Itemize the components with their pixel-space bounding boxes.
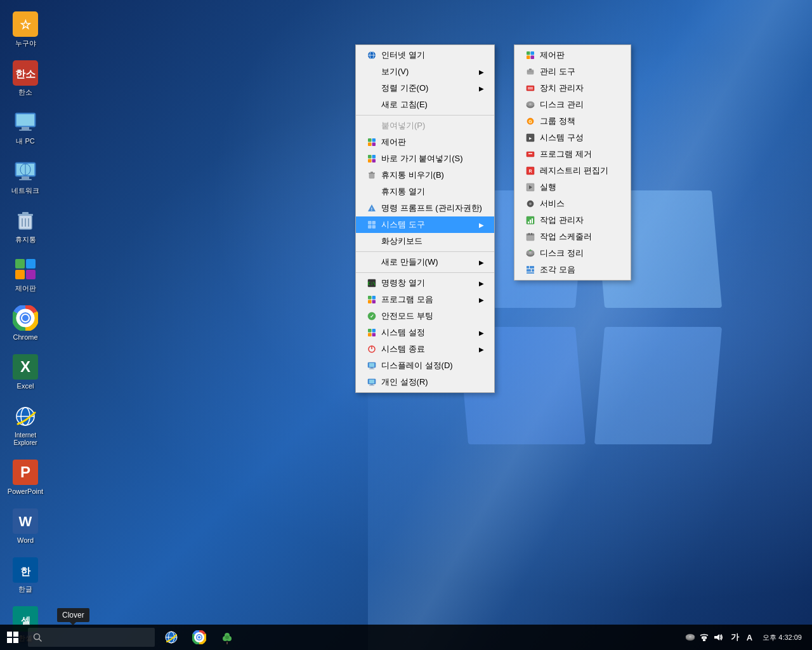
sub-run-label: 실행 <box>540 182 556 193</box>
ctx-keyboard[interactable]: 화상키보드 <box>356 233 494 249</box>
ctx-personal-settings[interactable]: 개인 설정(R) <box>356 374 494 390</box>
sub-remove-prog[interactable]: 프로그램 제거 <box>514 146 631 162</box>
tray-clock[interactable]: 오후 4:32:09 <box>757 633 807 642</box>
svg-rect-59 <box>368 221 372 225</box>
desktop-icon-trash[interactable]: 휴지통 <box>1 202 49 249</box>
mypc-label: 내 PC <box>16 137 34 145</box>
ctx-new[interactable]: 새로 만들기(W) ▶ <box>356 254 494 270</box>
ctx-programs[interactable]: 프로그램 모음 ▶ <box>356 291 494 308</box>
sub-defrag-label: 조각 모음 <box>540 264 575 275</box>
desktop-icon-network[interactable]: 네트워크 <box>1 154 49 200</box>
desktop-icon-mypc[interactable]: 내 PC <box>1 104 49 150</box>
desktop-icon-ppt[interactable]: P PowerPoint <box>1 454 49 501</box>
taskbar-chrome[interactable] <box>185 625 213 650</box>
sub-control-panel[interactable]: 제어판 <box>514 47 631 63</box>
lang-indicator[interactable]: 가 <box>728 632 742 643</box>
desktop-icon-excel[interactable]: X Excel <box>1 349 49 395</box>
ctx-paste-label: 붙여넣기(P) <box>381 120 425 131</box>
svg-rect-67 <box>368 300 372 304</box>
ctx-sort[interactable]: 정렬 기준(O) ▶ <box>356 80 494 96</box>
sub-sys-config[interactable]: ▶ 시스템 구성 <box>514 129 631 146</box>
svg-rect-111 <box>530 220 531 223</box>
desktop-icon-hanso[interactable]: 한소 한소 <box>1 55 49 102</box>
context-menu-system-tools: 제어판 관리 도구 장치 관리자 <box>514 44 631 281</box>
sub-ctrl-label: 제어판 <box>540 50 565 61</box>
sub-admin-tools[interactable]: 관리 도구 <box>514 63 631 80</box>
ctx-view-label: 보기(V) <box>381 66 409 77</box>
svg-rect-123 <box>532 269 534 272</box>
ctx-sep-3 <box>356 272 494 273</box>
sub-run[interactable]: 실행 <box>514 179 631 196</box>
svg-rect-121 <box>530 266 534 269</box>
ctx-paste[interactable]: 붙여넣기(P) <box>356 117 494 134</box>
sub-task-mgr[interactable]: 작업 관리자 <box>514 212 631 229</box>
ctx-cmd-admin[interactable]: ! 명령 프롬프트 (관리자권한) <box>356 200 494 216</box>
ctx-trash-open[interactable]: 휴지통 열기 <box>356 183 494 200</box>
taskbar-tray: 가 A 오후 4:32:09 <box>685 632 812 643</box>
sub-defrag[interactable]: 조각 모음 <box>514 262 631 278</box>
sub-disk-clean[interactable]: 디스크 정리 <box>514 245 631 262</box>
svg-rect-47 <box>372 138 376 142</box>
desktop-icon-control[interactable]: 제어판 <box>1 251 49 298</box>
svg-text:X: X <box>20 358 30 375</box>
ctx-refresh-icon <box>366 99 377 110</box>
svg-rect-82 <box>369 380 374 383</box>
ctx-system-tools[interactable]: 시스템 도구 ▶ <box>356 216 494 233</box>
ctx-view[interactable]: 보기(V) ▶ <box>356 63 494 80</box>
sub-regedit[interactable]: R 레지스트리 편집기 <box>514 162 631 179</box>
sub-group-policy[interactable]: G 그룹 정책 <box>514 113 631 129</box>
svg-rect-16 <box>22 212 29 215</box>
lang-en-indicator[interactable]: A <box>747 633 752 642</box>
svg-rect-72 <box>372 329 376 333</box>
taskbar-clover[interactable] <box>213 625 241 650</box>
ctx-control-panel[interactable]: 제어판 <box>356 134 494 150</box>
tray-icons-group <box>685 632 723 642</box>
sub-disk-mgmt[interactable]: 디스크 관리 <box>514 96 631 113</box>
ctx-shortcut-paste[interactable]: 바로 가기 붙여넣기(S) <box>356 150 494 167</box>
svg-rect-5 <box>16 114 34 126</box>
desktop-icon-chrome[interactable]: Chrome <box>1 300 49 347</box>
svg-rect-83 <box>370 384 373 385</box>
svg-rect-122 <box>527 269 531 272</box>
ctx-safe-boot[interactable]: ✓ 안전모드 부팅 <box>356 308 494 324</box>
desktop-icon-word[interactable]: W Word <box>1 503 49 550</box>
svg-point-146 <box>689 636 691 638</box>
ctx-sys-settings[interactable]: 시스템 설정 ▶ <box>356 324 494 341</box>
ctx-keyboard-label: 화상키보드 <box>381 235 422 247</box>
svg-rect-21 <box>26 259 36 269</box>
svg-text:R: R <box>528 169 532 173</box>
start-button[interactable] <box>0 625 25 650</box>
svg-rect-56 <box>370 172 373 173</box>
svg-rect-79 <box>370 368 373 369</box>
ctx-sc-icon <box>366 153 377 164</box>
sub-services[interactable]: 서비스 <box>514 196 631 212</box>
svg-rect-52 <box>368 159 372 163</box>
sub-task-sched[interactable]: 작업 스케줄러 <box>514 229 631 245</box>
sub-tm-label: 작업 관리자 <box>540 215 584 226</box>
desktop-icon-nugguya[interactable]: ☆ 누구야 <box>1 6 49 53</box>
ctx-ctrl-label: 제어판 <box>381 136 406 148</box>
nugguya-label: 누구야 <box>15 39 36 48</box>
tray-time: 오후 4:32:09 <box>763 633 802 642</box>
svg-rect-13 <box>19 179 32 180</box>
ctx-cmd-open[interactable]: C:\ 명령창 열기 ▶ <box>356 275 494 291</box>
ctx-display-settings[interactable]: 디스플레이 설정(D) <box>356 357 494 374</box>
svg-rect-120 <box>527 266 529 269</box>
svg-rect-54 <box>369 173 374 178</box>
ctx-prog-arrow: ▶ <box>479 296 484 303</box>
sub-sc-label: 시스템 구성 <box>540 132 584 143</box>
ctx-sys-end[interactable]: 시스템 종료 ▶ <box>356 341 494 357</box>
nugguya-icon: ☆ <box>13 11 38 37</box>
ctx-trash-empty[interactable]: 휴지통 비우기(B) <box>356 167 494 183</box>
sub-device-mgr[interactable]: 장치 관리자 <box>514 80 631 96</box>
ctx-internet-open[interactable]: 인터넷 열기 <box>356 47 494 63</box>
desktop-icon-ie[interactable]: InternetExplorer <box>1 399 49 452</box>
svg-rect-74 <box>372 333 376 337</box>
taskbar-search-bar[interactable] <box>28 628 155 647</box>
ctx-cmdopen-arrow: ▶ <box>479 280 484 287</box>
hangul-label: 한글 <box>18 585 32 594</box>
taskbar-ie[interactable] <box>157 625 185 650</box>
desktop-icon-hangul[interactable]: 한 한글 <box>1 552 49 599</box>
network-label: 네트워크 <box>11 187 39 195</box>
ctx-refresh[interactable]: 새로 고침(E) <box>356 96 494 113</box>
